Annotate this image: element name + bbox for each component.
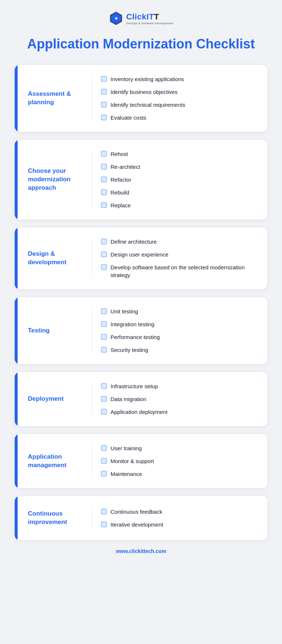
checklist-app-management: User trainingMonitor & supportMaintenanc… <box>101 444 258 478</box>
checklist-testing: Unit testingIntegration testingPerforman… <box>101 308 258 354</box>
list-item: Re-architect <box>101 163 258 171</box>
card-divider-assessment <box>92 75 92 121</box>
checkbox-icon <box>101 251 107 257</box>
footer-brand: clickittech <box>129 548 154 554</box>
item-label: Security testing <box>111 346 148 354</box>
list-item: Infrastructure setup <box>101 382 258 390</box>
card-body-continuous: Continuous improvementContinuous feedbac… <box>18 496 267 540</box>
checkbox-icon <box>101 202 107 208</box>
sections-container: Assessment & planningInventory existing … <box>15 65 267 540</box>
checkbox-icon <box>101 264 107 270</box>
card-assessment: Assessment & planningInventory existing … <box>15 65 267 132</box>
card-app-management: Application managementUser trainingMonit… <box>15 434 267 488</box>
item-label: Application deployment <box>111 408 167 416</box>
checklist-design: Define architectureDesign user experienc… <box>101 238 258 279</box>
list-item: Monitor & support <box>101 457 258 465</box>
item-label: Develop software based on the selected m… <box>111 263 258 279</box>
list-item: Performance testing <box>101 333 258 341</box>
item-label: Iterative development <box>111 521 163 528</box>
item-label: Data migration <box>111 395 147 403</box>
checkbox-icon <box>101 308 107 314</box>
list-item: Integration testing <box>101 320 258 328</box>
checkbox-icon <box>101 409 107 415</box>
card-divider-app-management <box>92 444 92 478</box>
card-continuous: Continuous improvementContinuous feedbac… <box>15 496 267 540</box>
card-title-modernization: Choose your modernization approach <box>28 167 83 192</box>
item-label: Identify business objectives <box>111 88 178 96</box>
card-divider-testing <box>92 308 92 354</box>
card-body-deployment: DeploymentInfrastructure setupData migra… <box>18 372 267 426</box>
checkbox-icon <box>101 151 107 157</box>
item-label: Unit testing <box>111 308 138 315</box>
footer: www.clickittech.com <box>15 548 267 554</box>
logo-icon: ✦ <box>109 11 123 26</box>
list-item: Application deployment <box>101 408 258 416</box>
checkbox-icon <box>101 89 107 95</box>
card-title-deployment: Deployment <box>28 395 83 403</box>
card-divider-modernization <box>92 150 92 209</box>
list-item: Security testing <box>101 346 258 354</box>
card-title-continuous: Continuous improvement <box>28 510 83 527</box>
checklist-continuous: Continuous feedbackIterative development <box>101 508 258 528</box>
list-item: Inventory existing applications <box>101 75 258 83</box>
logo-accent: IT <box>147 12 154 21</box>
footer-suffix: .com <box>154 548 166 554</box>
checkbox-icon <box>101 396 107 402</box>
checkbox-icon <box>101 189 107 195</box>
list-item: Rehost <box>101 150 258 158</box>
list-item: Identify business objectives <box>101 88 258 96</box>
item-label: Maintenance <box>111 470 142 478</box>
logo-brand-name: ClickITT <box>126 12 159 22</box>
checkbox-icon <box>101 177 107 182</box>
list-item: Iterative development <box>101 521 258 528</box>
card-accent-design <box>15 228 18 289</box>
list-item: Define architecture <box>101 238 258 245</box>
checkbox-icon <box>101 334 107 340</box>
checkbox-icon <box>101 458 107 464</box>
card-body-modernization: Choose your modernization approachRehost… <box>18 140 267 219</box>
item-label: Integration testing <box>111 320 154 328</box>
card-body-design: Design & developmentDefine architectureD… <box>18 228 267 289</box>
checklist-modernization: RehostRe-architectRefactorRebuildReplace <box>101 150 258 209</box>
checkbox-icon <box>101 347 107 353</box>
checkbox-icon <box>101 102 107 108</box>
logo-tagline: DevOps & Software Development <box>126 22 173 25</box>
list-item: Rebuild <box>101 189 258 196</box>
checkbox-icon <box>101 509 107 514</box>
list-item: Refactor <box>101 176 258 183</box>
checkbox-icon <box>101 239 107 244</box>
card-body-assessment: Assessment & planningInventory existing … <box>18 65 267 132</box>
card-accent-continuous <box>15 496 18 540</box>
card-accent-assessment <box>15 65 18 132</box>
list-item: Identify technical requirements <box>101 101 258 109</box>
card-body-testing: TestingUnit testingIntegration testingPe… <box>18 297 267 364</box>
logo-plain: Click <box>126 12 147 21</box>
checkbox-icon <box>101 76 107 82</box>
list-item: Design user experience <box>101 251 258 258</box>
item-label: Continuous feedback <box>111 508 162 516</box>
item-label: Rehost <box>111 150 128 158</box>
item-label: Inventory existing applications <box>111 75 184 83</box>
item-label: Rebuild <box>111 189 129 196</box>
card-testing: TestingUnit testingIntegration testingPe… <box>15 297 267 364</box>
item-label: Define architecture <box>111 238 157 245</box>
checkbox-icon <box>101 114 107 120</box>
list-item: Maintenance <box>101 470 258 478</box>
checkbox-icon <box>101 164 107 170</box>
card-deployment: DeploymentInfrastructure setupData migra… <box>15 372 267 426</box>
checkbox-icon <box>101 321 107 327</box>
list-item: Develop software based on the selected m… <box>101 263 258 279</box>
list-item: Unit testing <box>101 308 258 315</box>
item-label: Infrastructure setup <box>111 382 158 390</box>
card-title-assessment: Assessment & planning <box>28 90 83 107</box>
item-label: Monitor & support <box>111 457 154 465</box>
card-design: Design & developmentDefine architectureD… <box>15 228 267 289</box>
main-title: Application Modernization Checklist <box>15 36 267 52</box>
card-accent-modernization <box>15 140 18 219</box>
card-title-design: Design & development <box>28 250 83 267</box>
item-label: Replace <box>111 201 131 209</box>
list-item: Continuous feedback <box>101 508 258 516</box>
card-accent-testing <box>15 297 18 364</box>
checkbox-icon <box>101 383 107 389</box>
card-divider-continuous <box>92 506 92 530</box>
